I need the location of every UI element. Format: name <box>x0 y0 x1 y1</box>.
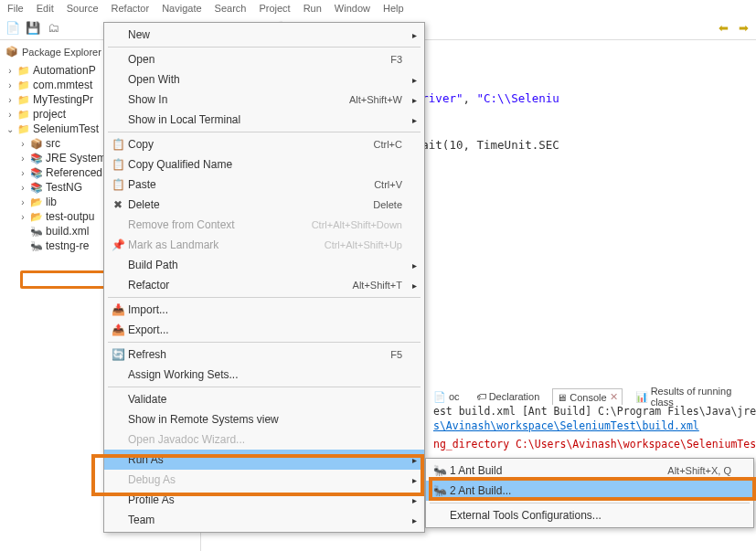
menu-export-[interactable]: 📤Export... <box>104 320 424 340</box>
menu-refresh[interactable]: 🔄RefreshF5 <box>104 344 424 365</box>
package-icon: 📦 <box>5 46 18 58</box>
menu-window[interactable]: Window <box>335 3 370 14</box>
back-icon[interactable]: ⬅ <box>716 21 730 36</box>
menu-team[interactable]: Team▸ <box>104 510 424 530</box>
submenu-external-tools-configurations-[interactable]: External Tools Configurations... <box>426 505 753 525</box>
console-link[interactable]: s\Avinash\workspace\SeleniumTest\build.x… <box>433 419 699 432</box>
menu-import-[interactable]: 📥Import... <box>104 300 424 320</box>
package-explorer-title: Package Explorer <box>22 47 101 58</box>
new-icon[interactable]: 📄 <box>5 21 20 36</box>
console-title: est build.xml [Ant Build] C:\Program Fil… <box>430 404 756 419</box>
build-xml-highlight <box>20 270 107 289</box>
menu-copy-qualified-name[interactable]: 📋Copy Qualified Name <box>104 154 424 175</box>
menu-file[interactable]: File <box>7 3 24 14</box>
menu-run[interactable]: Run <box>303 3 322 14</box>
menu-mark-as-landmark: 📌Mark as LandmarkCtrl+Alt+Shift+Up <box>104 235 424 255</box>
console-error-line: ng_directory C:\Users\Avinash\workspace\… <box>430 437 756 451</box>
submenu--ant-build[interactable]: 🐜1 Ant BuildAlt+Shift+X, Q <box>426 461 753 481</box>
menu-build-path[interactable]: Build Path▸ <box>104 255 424 275</box>
menu-show-in-remote-systems-view[interactable]: Show in Remote Systems view <box>104 409 424 429</box>
save-icon[interactable]: 💾 <box>26 21 40 36</box>
forward-icon[interactable]: ➡ <box>736 21 751 36</box>
run-as-submenu[interactable]: 🐜1 Ant BuildAlt+Shift+X, Q🐜2 Ant Build..… <box>425 458 754 528</box>
menu-profile-as[interactable]: Profile As▸ <box>104 490 424 510</box>
console-body: est build.xml [Ant Build] C:\Program Fil… <box>430 404 756 451</box>
tab-declaration[interactable]: 🏷Declaration <box>473 389 544 404</box>
menu-run-as[interactable]: Run As▸ <box>104 450 424 470</box>
menu-new[interactable]: New▸ <box>104 25 424 45</box>
menu-paste[interactable]: 📋PasteCtrl+V <box>104 175 424 195</box>
menu-project[interactable]: Project <box>259 3 290 14</box>
menu-help[interactable]: Help <box>383 3 404 14</box>
menu-open-with[interactable]: Open With▸ <box>104 69 424 90</box>
save-all-icon[interactable]: 🗂 <box>46 21 60 36</box>
menu-show-in[interactable]: Show InAlt+Shift+W▸ <box>104 90 424 110</box>
menu-edit[interactable]: Edit <box>37 3 54 14</box>
menu-debug-as[interactable]: Debug As▸ <box>104 470 424 490</box>
menu-refactor[interactable]: RefactorAlt+Shift+T▸ <box>104 275 424 295</box>
context-menu[interactable]: New▸OpenF3Open With▸Show InAlt+Shift+W▸S… <box>103 22 425 533</box>
menu-navigate[interactable]: Navigate <box>162 3 201 14</box>
menu-remove-from-context: Remove from ContextCtrl+Alt+Shift+Down <box>104 215 424 235</box>
menu-copy[interactable]: 📋CopyCtrl+C <box>104 134 424 154</box>
submenu--ant-build-[interactable]: 🐜2 Ant Build... <box>426 481 753 501</box>
menu-open-javadoc-wizard-[interactable]: Open Javadoc Wizard... <box>104 429 424 450</box>
menu-source[interactable]: Source <box>67 3 99 14</box>
tab-oc[interactable]: 📄oc <box>430 389 463 405</box>
menu-delete[interactable]: ✖DeleteDelete <box>104 195 424 215</box>
menu-open[interactable]: OpenF3 <box>104 49 424 69</box>
menu-show-in-local-terminal[interactable]: Show in Local Terminal▸ <box>104 110 424 130</box>
menu-search[interactable]: Search <box>215 3 247 14</box>
menu-assign-working-sets-[interactable]: Assign Working Sets... <box>104 365 424 385</box>
menu-refactor[interactable]: Refactor <box>112 3 150 14</box>
menu-validate[interactable]: Validate <box>104 389 424 409</box>
menubar: File Edit Source Refactor Navigate Searc… <box>0 0 756 16</box>
tab-console[interactable]: 🖥Console✕ <box>552 388 622 405</box>
